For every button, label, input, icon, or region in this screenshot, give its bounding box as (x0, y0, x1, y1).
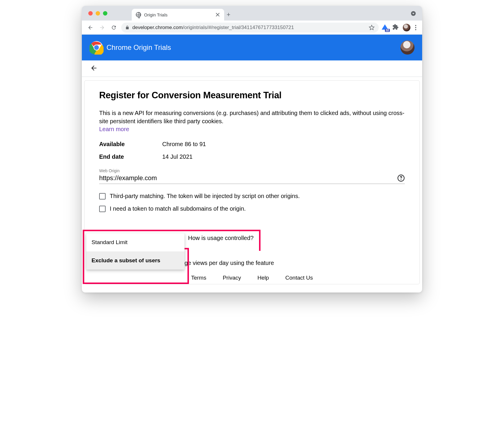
meta-table: Available Chrome 86 to 91 End date 14 Ju… (99, 141, 405, 160)
nav-forward-button (98, 23, 106, 32)
minimize-window-button[interactable] (96, 11, 100, 16)
brand-title: Chrome Origin Trials (106, 43, 171, 52)
help-icon[interactable] (397, 174, 405, 182)
close-window-button[interactable] (88, 11, 93, 16)
footer-terms-link[interactable]: Terms (191, 275, 206, 281)
tab-strip: Origin Trials + (82, 6, 422, 21)
arrow-left-icon (90, 64, 98, 72)
tab-title: Origin Trials (144, 12, 168, 17)
web-origin-field: Web Origin (99, 168, 405, 184)
bookmark-star-icon[interactable] (369, 25, 375, 31)
svg-point-4 (401, 179, 402, 180)
footer-privacy-link[interactable]: Privacy (223, 275, 241, 281)
lock-icon (125, 26, 129, 30)
profile-avatar-large[interactable] (400, 40, 415, 55)
checkbox-icon (99, 193, 106, 200)
window-controls (88, 11, 107, 16)
third-party-checkbox[interactable]: Third-party matching. The token will be … (99, 193, 405, 200)
extensions-button[interactable] (392, 24, 400, 31)
card-title: Register for Conversion Measurement Tria… (99, 90, 405, 101)
learn-more-link[interactable]: Learn more (99, 126, 129, 133)
footer-help-link[interactable]: Help (257, 275, 269, 281)
browser-toolbar: developer.chrome.com/origintrials/#/regi… (82, 21, 422, 35)
page-header: Chrome Origin Trials (82, 35, 422, 60)
address-bar[interactable]: developer.chrome.com/origintrials/#/regi… (121, 23, 379, 33)
globe-icon (136, 12, 141, 17)
nav-back-button[interactable] (86, 23, 95, 32)
dropdown-option-exclude[interactable]: Exclude a subset of users (86, 251, 185, 270)
checkbox-icon (99, 206, 106, 212)
close-tab-icon[interactable] (215, 12, 220, 17)
browser-menu-button[interactable] (413, 23, 418, 32)
meta-row-available: Available Chrome 86 to 91 (99, 141, 405, 148)
dropdown-option-standard[interactable]: Standard Limit (86, 233, 185, 251)
url-text: developer.chrome.com/origintrials/#/regi… (132, 25, 294, 31)
browser-window: Origin Trials + developer.chrome.com/ori… (82, 6, 422, 293)
arrow-right-icon (99, 25, 105, 31)
profile-avatar-small[interactable] (403, 24, 410, 31)
usage-extra-text: age views per day using the feature (181, 260, 274, 266)
footer-contact-link[interactable]: Contact Us (285, 275, 313, 281)
meta-value: 14 Jul 2021 (162, 153, 192, 160)
maximize-window-button[interactable] (103, 11, 107, 16)
card-description: This is a new API for measuring conversi… (99, 109, 405, 125)
page-subheader (82, 60, 422, 77)
meta-label: End date (99, 153, 162, 160)
usage-restriction-dropdown: Standard Limit Exclude a subset of users (86, 233, 185, 270)
meta-row-enddate: End date 14 Jul 2021 (99, 153, 405, 160)
puzzle-icon (392, 24, 399, 30)
tabs-menu-icon[interactable] (411, 11, 416, 16)
reload-button[interactable] (109, 23, 118, 32)
meta-label: Available (99, 141, 162, 148)
extension-css-icon[interactable]: 32 (382, 24, 389, 31)
checkbox-label: I need a token to match all subdomains o… (110, 205, 246, 212)
extension-badge: 32 (385, 29, 390, 32)
meta-value: Chrome 86 to 91 (162, 141, 206, 148)
checkbox-label: Third-party matching. The token will be … (110, 193, 300, 200)
arrow-left-icon (87, 25, 93, 31)
page-back-button[interactable] (88, 62, 99, 75)
usage-question-link[interactable]: How is usage controlled? (188, 235, 253, 241)
web-origin-input[interactable] (99, 174, 397, 182)
new-tab-button[interactable]: + (224, 9, 233, 21)
footer-links: Terms Privacy Help Contact Us (84, 275, 420, 281)
browser-tab[interactable]: Origin Trials (132, 9, 224, 21)
reload-icon (111, 25, 117, 31)
field-label: Web Origin (99, 168, 405, 173)
brand[interactable]: Chrome Origin Trials (89, 40, 171, 55)
subdomains-checkbox[interactable]: I need a token to match all subdomains o… (99, 205, 405, 212)
chrome-logo-icon (89, 40, 104, 55)
